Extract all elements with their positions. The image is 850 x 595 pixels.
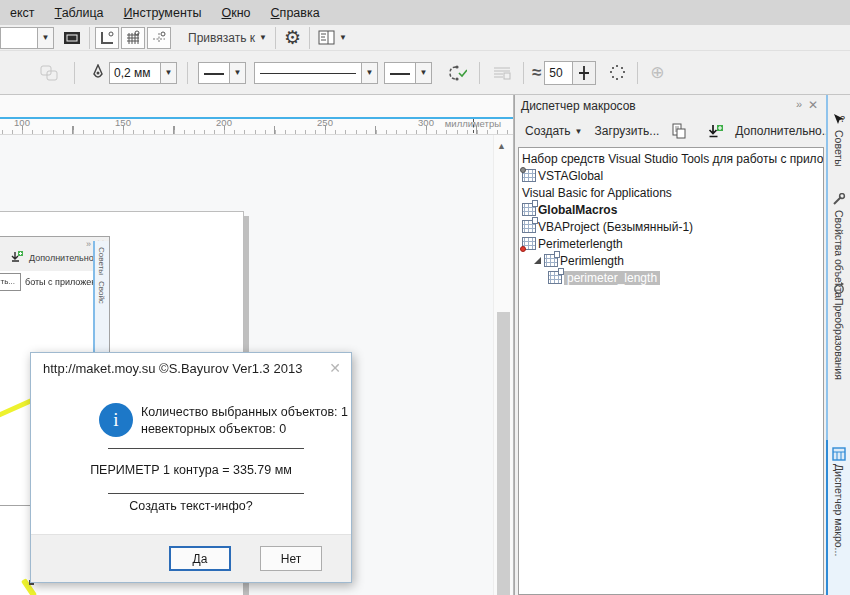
create-macro-dropdown[interactable]: Создать▼ (519, 121, 589, 141)
smoothing-control[interactable]: 50 (544, 61, 596, 85)
help-cursor-icon: ? (832, 113, 846, 127)
add-node-button[interactable]: ⊕ (646, 62, 668, 84)
scrollbar-thumb[interactable] (497, 312, 510, 595)
grid-icon (125, 30, 141, 46)
tree-item-perimeterlength[interactable]: Perimeterlength (519, 235, 823, 252)
standard-toolbar: ▼ Привязать к▼ ⚙ ▼ (0, 25, 850, 51)
vsta-project-icon (522, 169, 536, 182)
docker-tab-strip: ? Советы Свойства объекта Преобразования… (826, 95, 850, 595)
load-macro-button[interactable]: Загрузить... (589, 121, 666, 141)
macro-manager-panel: Диспетчер макросов » ✕ Создать▼ Загрузит… (514, 95, 826, 595)
tab-transformations[interactable]: Преобразования (828, 281, 850, 383)
menu-item-window[interactable]: Окно (212, 2, 261, 24)
menu-item-table[interactable]: Таблица (45, 2, 114, 24)
panel-header: Диспетчер макросов » ✕ (515, 95, 826, 117)
macro-manager-icon (832, 447, 846, 461)
info-icon: i (99, 403, 133, 437)
guidelines-icon (151, 30, 167, 46)
menu-item-text[interactable]: екст (0, 2, 45, 24)
smoothing-input[interactable]: 50 (545, 62, 573, 84)
close-curve-icon (447, 64, 467, 82)
macro-message-dialog: http://maket.moy.su ©S.Bayurov Ver1.3 20… (30, 352, 352, 583)
smoothing-icon: ≈ (532, 63, 541, 83)
perimeter-value-text: ПЕРИМЕТР 1 контура = 335.79 мм (31, 463, 351, 477)
chevron-down-icon[interactable]: ▼ (38, 27, 54, 49)
dialog-titlebar[interactable]: http://maket.moy.su ©S.Bayurov Ver1.3 20… (31, 353, 351, 383)
expanded-arrow-icon[interactable] (534, 257, 541, 264)
chevron-down-icon: ▼ (259, 33, 267, 42)
menu-item-tools[interactable]: Инструменты (114, 2, 212, 24)
smoothing-slider-handle[interactable] (573, 62, 595, 84)
show-handles-button[interactable] (606, 62, 629, 84)
yes-button[interactable]: Да (169, 546, 231, 571)
chevron-down-icon: ▼ (575, 127, 583, 136)
chevron-down-icon[interactable]: ▼ (161, 62, 177, 84)
menu-item-help[interactable]: Справка (261, 2, 330, 24)
snap-to-dropdown[interactable]: Привязать к▼ (185, 27, 270, 49)
ghost-tooltip: ить... (0, 273, 21, 291)
show-guidelines-toggle[interactable] (147, 27, 171, 49)
justify-icon (492, 65, 512, 81)
outline-pen-icon (87, 62, 109, 84)
line-style-dropdown[interactable]: ▼ (254, 62, 378, 84)
application-launcher-dropdown[interactable]: ▼ (315, 27, 350, 49)
no-button[interactable]: Нет (260, 546, 322, 571)
tree-item-vstaglobal[interactable]: VSTAGlobal (519, 167, 823, 184)
vertical-scrollbar[interactable]: ▲ (493, 135, 512, 595)
vba-project-icon (522, 203, 536, 216)
vba-project-icon (522, 220, 536, 233)
import-icon (708, 124, 723, 139)
chevron-down-icon[interactable]: ▼ (230, 62, 246, 84)
chevron-down-icon[interactable]: ▼ (416, 62, 432, 84)
tree-item-vsta-root[interactable]: Набор средств Visual Studio Tools для ра… (519, 150, 823, 167)
tree-item-vbaproject[interactable]: VBAProject (Безымянный-1) (519, 218, 823, 235)
tab-hints[interactable]: ? Советы (828, 113, 850, 170)
macro-tree[interactable]: Набор средств Visual Studio Tools для ра… (518, 147, 824, 595)
end-arrowhead-dropdown[interactable]: ▼ (384, 62, 432, 84)
options-button[interactable]: ⚙ (281, 27, 304, 49)
ruler-label: 100 (9, 117, 35, 128)
dialog-question: Создать текст-инфо? (31, 499, 351, 513)
selected-tree-label: perimeter_length (564, 271, 660, 285)
fullscreen-icon (63, 31, 81, 45)
separator (108, 493, 304, 494)
zoom-level-combobox[interactable]: ▼ (0, 27, 54, 49)
outline-width-combobox[interactable]: 0,2 мм ▼ (109, 62, 177, 84)
transformations-icon (832, 281, 846, 295)
import-macro-button[interactable] (702, 121, 729, 142)
vba-project-locked-icon (522, 237, 536, 250)
show-grid-toggle[interactable] (121, 27, 145, 49)
chevron-down-icon: ▼ (339, 33, 347, 42)
tab-macro-manager[interactable]: Диспетчер макро... (828, 447, 850, 559)
tree-item-perimeter-length-macro[interactable]: perimeter_length (519, 269, 823, 286)
ghost-clipped-text: боты с приложен (25, 277, 96, 287)
close-panel-icon[interactable]: ✕ (808, 98, 818, 112)
separator (108, 448, 304, 449)
object-properties-icon (832, 193, 846, 207)
ruler-label: 200 (211, 117, 237, 128)
wrap-text-button[interactable] (36, 62, 62, 84)
ruler-label: 250 (312, 117, 338, 128)
svg-text:?: ? (840, 114, 845, 124)
scroll-up-arrow[interactable]: ▲ (497, 141, 506, 151)
chevron-down-icon[interactable]: ▼ (362, 62, 378, 84)
tree-item-globalmacros[interactable]: GlobalMacros (519, 201, 823, 218)
launcher-icon (318, 30, 335, 45)
ghost-more-label: Дополнительно... (29, 253, 101, 263)
menu-bar: екст Таблица Инструменты Окно Справка (0, 0, 850, 25)
collapse-panel-icon[interactable]: » (796, 98, 800, 110)
more-options-button[interactable]: Дополнительно... (729, 121, 837, 141)
tree-item-vba-root[interactable]: Visual Basic for Applications (519, 184, 823, 201)
start-arrowhead-dropdown[interactable]: ▼ (198, 62, 246, 84)
property-bar: 0,2 мм ▼ ▼ ▼ ▼ ≈ 50 (0, 51, 850, 95)
show-rulers-toggle[interactable] (95, 27, 119, 49)
text-wrap-button[interactable] (489, 62, 515, 84)
vba-macro-icon (548, 271, 562, 284)
horizontal-ruler[interactable]: 100 150 200 250 300 миллиметры (0, 95, 515, 135)
fullscreen-preview-button[interactable] (60, 27, 84, 49)
dialog-title: http://maket.moy.su ©S.Bayurov Ver1.3 20… (43, 361, 302, 376)
close-icon[interactable]: ✕ (329, 360, 341, 376)
tree-item-perimlength[interactable]: Perimlength (519, 252, 823, 269)
close-curve-button[interactable] (444, 62, 470, 84)
copy-button[interactable] (665, 120, 692, 142)
